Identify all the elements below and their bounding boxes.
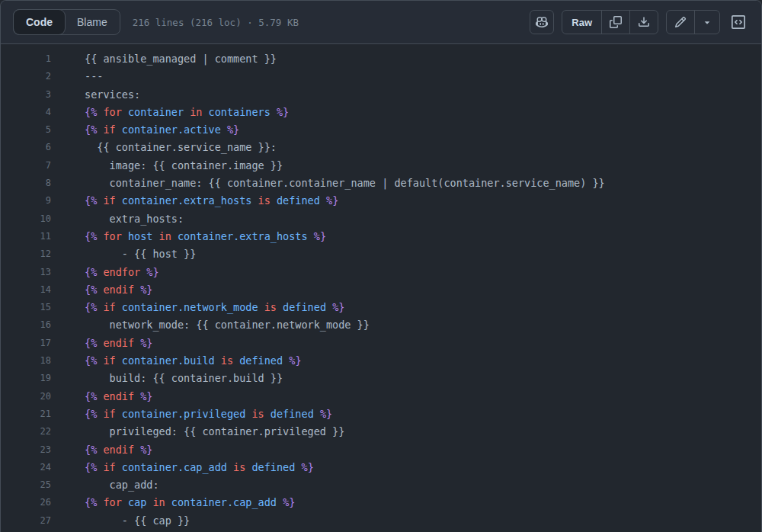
code-line-content: {% for host in container.extra_hosts %} [85,228,326,245]
code-token: {% [85,408,103,420]
code-line-content: {{ ansible_managed | comment }} [85,50,277,68]
line-number[interactable]: 27 [1,512,51,530]
code-line: 20{% endif %} [1,388,761,405]
line-number[interactable]: 7 [1,157,51,175]
edit-button[interactable] [667,11,694,34]
line-number[interactable]: 12 [1,245,51,263]
code-content: 1{{ ansible_managed | comment }}2---3ser… [1,44,761,530]
download-button[interactable] [629,11,658,34]
code-token: %} [140,444,152,456]
code-token: container.build [122,354,221,367]
code-line-content: privileged: {{ container.privileged }} [85,423,344,441]
code-line-content: {{ container.service_name }}: [85,139,277,156]
file-header: Code Blame 216 lines (216 loc) · 5.79 KB… [1,1,761,44]
code-line-content: services: [85,86,140,104]
line-number[interactable]: 24 [1,459,51,476]
line-number[interactable]: 15 [1,299,51,316]
file-info: 216 lines (216 loc) · 5.79 KB [133,17,299,28]
code-token: {% [85,354,103,367]
line-number[interactable]: 8 [1,175,51,192]
code-line: 1{{ ansible_managed | comment }} [1,50,761,68]
code-line: 14{% endif %} [1,281,761,299]
code-line-content: network_mode: {{ container.network_mode … [85,316,370,334]
chevron-down-icon [702,17,712,27]
line-number[interactable]: 22 [1,423,51,441]
code-line: 2--- [1,68,761,85]
code-line: 27 - {{ cap }} [1,512,761,530]
code-token: container.network_mode [122,301,264,313]
code-line-content: {% endif %} [85,388,152,405]
file-view: Code Blame 216 lines (216 loc) · 5.79 KB… [0,0,762,532]
code-token: for [103,496,128,508]
code-token: container.active [122,123,227,136]
line-number[interactable]: 4 [1,104,51,121]
code-token: is [264,301,283,313]
code-token: {% [85,390,103,402]
line-number[interactable]: 2 [1,68,51,85]
code-line-content: - {{ cap }} [85,512,190,530]
line-number[interactable]: 1 [1,50,51,68]
code-token: containers [209,106,277,118]
symbols-button[interactable] [728,10,749,34]
code-token: %} [314,230,326,242]
line-number[interactable]: 6 [1,139,51,156]
tab-blame[interactable]: Blame [65,10,120,34]
code-token: %} [326,194,338,207]
raw-button[interactable]: Raw [562,11,601,34]
line-number[interactable]: 3 [1,86,51,104]
line-number[interactable]: 25 [1,476,51,494]
line-number[interactable]: 26 [1,494,51,511]
line-number[interactable]: 18 [1,352,51,370]
line-number[interactable]: 14 [1,281,51,299]
code-token: defined [271,408,320,420]
code-token: %} [283,496,295,508]
code-token: if [103,194,121,207]
code-line: 18{% if container.build is defined %} [1,352,761,370]
copy-icon [610,16,622,28]
code-square-icon [732,15,745,29]
code-line: 8 container_name: {{ container.container… [1,175,761,192]
line-number[interactable]: 23 [1,441,51,459]
code-token: %} [320,408,332,420]
code-token: container.privileged [122,408,252,420]
code-line: 26{% for cap in container.cap_add %} [1,494,761,511]
code-token: is [258,194,277,207]
line-number[interactable]: 13 [1,264,51,281]
code-token: defined [277,194,326,207]
code-token: extra_hosts: [85,213,184,225]
code-line-content: {% if container.active %} [85,121,239,139]
line-number[interactable]: 16 [1,316,51,334]
line-number[interactable]: 11 [1,228,51,245]
copilot-button[interactable] [530,10,554,34]
file-header-actions: Raw [530,10,749,34]
line-number[interactable]: 20 [1,388,51,405]
code-token: if [103,461,121,473]
line-number[interactable]: 17 [1,335,51,352]
code-token: %} [140,284,152,296]
code-token: {% [85,230,103,242]
code-token: %} [332,301,344,313]
line-number[interactable]: 5 [1,121,51,139]
line-number[interactable]: 9 [1,192,51,210]
code-token: %} [146,266,158,278]
copy-button[interactable] [601,11,629,34]
code-token: {% [85,444,103,456]
tab-code[interactable]: Code [14,10,65,34]
code-token: cap_add: [85,479,159,491]
code-token: network_mode: {{ container.network_mode … [85,319,370,331]
line-number[interactable]: 10 [1,210,51,228]
code-token: container.cap_add [171,496,283,508]
code-line: 19 build: {{ container.build }} [1,370,761,387]
code-line-content: container_name: {{ container.container_n… [85,175,605,192]
code-line-content: {% if container.privileged is defined %} [85,405,332,423]
code-lines: 1{{ ansible_managed | comment }}2---3ser… [1,50,761,530]
edit-dropdown-button[interactable] [694,11,719,34]
code-line: 16 network_mode: {{ container.network_mo… [1,316,761,334]
line-number[interactable]: 19 [1,370,51,387]
code-token: {% [85,301,103,313]
code-line: 17{% endif %} [1,335,761,352]
code-line-content: {% endif %} [85,281,152,299]
raw-actions-group: Raw [562,10,658,34]
line-number[interactable]: 21 [1,405,51,423]
code-line-content: {% if container.extra_hosts is defined %… [85,192,338,210]
